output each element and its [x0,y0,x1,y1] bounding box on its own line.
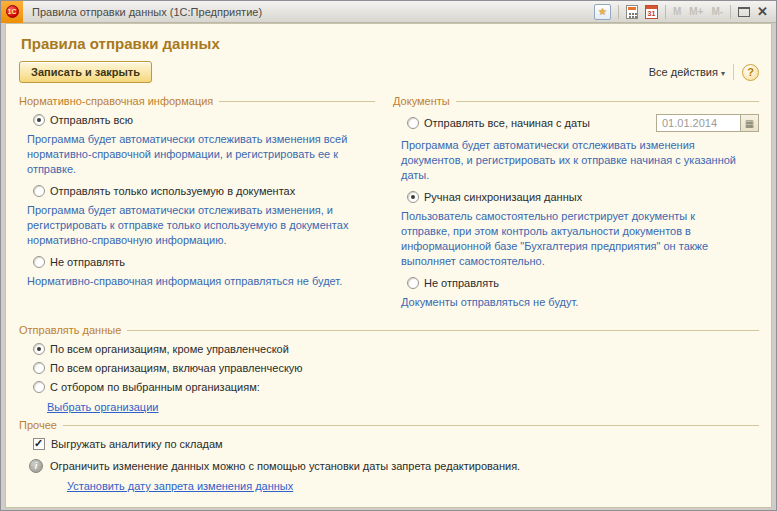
calendar-day-label: 31 [646,10,657,17]
nsi-send-used-description: Программа будет автоматически отслеживат… [27,203,361,248]
group-line [456,101,759,102]
radio-icon [33,185,45,197]
nsi-send-all-description: Программа будет автоматически отслеживат… [27,132,361,177]
group-line [219,101,375,102]
radio-orgs-selected[interactable]: С отбором по выбранным организациям: [33,381,759,393]
group-nsi-title: Нормативно-справочная информация [19,95,219,107]
radio-docs-dont-send[interactable]: Не отправлять [407,277,759,289]
checkbox-label: Выгружать аналитику по складам [51,438,223,450]
all-actions-label: Все действия [649,66,718,78]
group-send-data-title: Отправлять данные [19,324,127,336]
radio-icon [33,362,45,374]
save-and-close-button[interactable]: Записать и закрыть [19,61,152,83]
group-nsi: Нормативно-справочная информация Отправл… [19,89,375,318]
memory-m-plus-button[interactable]: M+ [689,6,703,17]
star-icon: ★ [598,7,607,17]
maximize-button[interactable] [738,7,750,17]
info-icon: i [29,459,43,473]
radio-icon [33,343,45,355]
radio-orgs-except-management[interactable]: По всем организациям, кроме управленческ… [33,343,759,355]
titlebar: 1С Правила отправки данных (1С:Предприят… [1,1,776,23]
radio-icon [407,117,419,129]
command-bar-right: Все действия ▾ ? [649,64,759,81]
info-row: i Ограничить изменение данных можно с по… [29,459,759,473]
memory-m-button[interactable]: M [673,6,681,17]
docs-send-from-date-description: Программа будет автоматически отслеживат… [401,138,745,183]
radio-nsi-dont-send[interactable]: Не отправлять [33,256,375,268]
chevron-down-icon: ▾ [721,69,725,78]
radio-label: Отправлять всю [50,114,133,126]
radio-nsi-send-all[interactable]: Отправлять всю [33,114,375,126]
radio-label: По всем организациям, включая управленче… [50,362,303,374]
radio-orgs-including-management[interactable]: По всем организациям, включая управленче… [33,362,759,374]
titlebar-separator [665,5,666,19]
group-send-data-header: Отправлять данные [19,324,759,336]
checkbox-icon [33,438,45,450]
select-organizations-row: Выбрать организации [47,401,759,413]
top-columns: Нормативно-справочная информация Отправл… [19,89,759,318]
radio-label: Отправлять все, начиная с даты [424,117,590,129]
form-content: Правила отправки данных Записать и закры… [5,23,772,508]
command-bar: Записать и закрыть Все действия ▾ ? [19,61,759,83]
checkbox-export-warehouse-analytics[interactable]: Выгружать аналитику по складам [33,438,759,450]
radio-label: С отбором по выбранным организациям: [50,381,260,393]
memory-buttons: M M+ M- [673,6,723,17]
radio-label: Отправлять только используемую в докумен… [50,185,295,197]
radio-label: Не отправлять [50,256,125,268]
group-documents-header: Документы [393,95,759,107]
radio-icon [407,191,419,203]
select-organizations-link[interactable]: Выбрать организации [47,401,158,413]
nsi-dont-send-description: Нормативно-справочная информация отправл… [27,274,361,289]
group-line [63,425,759,426]
page-title: Правила отправки данных [21,35,759,52]
titlebar-separator [730,5,731,19]
radio-docs-send-from-date[interactable]: Отправлять все, начиная с даты ▦ [407,114,759,132]
1c-logo-circle: 1С [6,5,19,18]
group-line [127,330,759,331]
titlebar-separator [618,5,619,19]
radio-nsi-send-used[interactable]: Отправлять только используемую в докумен… [33,185,375,197]
titlebar-controls: ★ 31 M M+ M- ✕ [594,4,776,20]
start-date-input[interactable] [656,114,740,132]
info-text: Ограничить изменение данных можно с помо… [50,460,520,472]
docs-manual-sync-description: Пользователь самостоятельно регистрирует… [401,209,745,269]
radio-label: По всем организациям, кроме управленческ… [50,343,289,355]
close-button[interactable]: ✕ [757,5,768,18]
radio-icon [33,256,45,268]
group-other-header: Прочее [19,419,759,431]
radio-icon [407,277,419,289]
group-other: Прочее Выгружать аналитику по складам i … [19,419,759,492]
radio-icon [33,381,45,393]
group-other-title: Прочее [19,419,63,431]
group-documents: Документы Отправлять все, начиная с даты… [393,89,759,318]
group-documents-title: Документы [393,95,456,107]
help-button[interactable]: ? [742,64,759,81]
calculator-icon[interactable] [626,5,638,19]
calendar-icon[interactable]: 31 [645,5,658,19]
all-actions-menu[interactable]: Все действия ▾ [649,66,725,78]
radio-label: Ручная синхронизация данных [424,191,582,203]
date-field-group: ▦ [656,114,759,132]
toolbar-separator [733,64,734,80]
radio-icon [33,114,45,126]
favorites-icon[interactable]: ★ [594,4,611,20]
docs-dont-send-description: Документы отправляться не будут. [401,295,745,310]
window-title: Правила отправки данных (1С:Предприятие) [32,6,594,18]
1c-logo-icon: 1С [1,1,23,23]
set-restriction-date-link[interactable]: Установить дату запрета изменения данных [67,480,293,492]
app-window: 1С Правила отправки данных (1С:Предприят… [0,0,777,511]
memory-m-minus-button[interactable]: M- [711,6,723,17]
group-send-data: Отправлять данные По всем организациям, … [19,324,759,413]
radio-label: Не отправлять [424,277,499,289]
radio-docs-manual-sync[interactable]: Ручная синхронизация данных [407,191,759,203]
date-picker-icon[interactable]: ▦ [740,114,759,132]
group-nsi-header: Нормативно-справочная информация [19,95,375,107]
set-restriction-date-row: Установить дату запрета изменения данных [67,480,759,492]
